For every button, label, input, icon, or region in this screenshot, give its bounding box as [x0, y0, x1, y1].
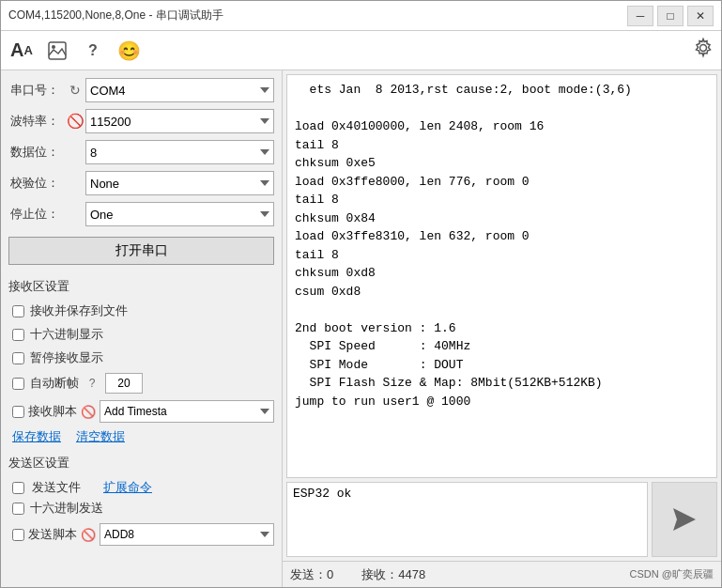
receive-script-checkbox[interactable] — [12, 406, 24, 418]
pause-display-checkbox[interactable] — [12, 352, 24, 364]
auto-disconnect-checkbox[interactable] — [12, 378, 24, 390]
databits-select[interactable]: 8 5 6 7 — [85, 140, 274, 164]
send-section-title: 发送区设置 — [8, 455, 274, 472]
receive-script-select[interactable]: Add Timesta — [100, 400, 274, 423]
expand-cmd-link[interactable]: 扩展命令 — [103, 479, 152, 496]
send-script-label[interactable]: 发送脚本 — [28, 526, 77, 543]
auto-disconnect-label[interactable]: 自动断帧 — [30, 375, 79, 392]
pause-display-label[interactable]: 暂停接收显示 — [30, 349, 103, 366]
minimize-button[interactable]: ─ — [627, 6, 653, 26]
toolbar: AA ? 😊 — [1, 31, 721, 70]
clear-data-link[interactable]: 清空数据 — [76, 428, 125, 445]
send-script-checkbox[interactable] — [12, 529, 24, 541]
hex-display-row: 十六进制显示 — [8, 326, 274, 343]
receive-script-label[interactable]: 接收脚本 — [28, 403, 77, 420]
databits-label: 数据位： — [8, 144, 65, 161]
emoji-icon[interactable]: 😊 — [115, 38, 142, 64]
send-value: 0 — [327, 567, 333, 581]
right-panel: ets Jan 8 2013,rst cause:2, boot mode:(3… — [283, 70, 721, 587]
send-button[interactable] — [652, 482, 717, 557]
hex-send-label[interactable]: 十六进制发送 — [30, 500, 103, 517]
send-file-label[interactable]: 发送文件 — [32, 479, 81, 496]
status-bar: 发送：0 接收：4478 CSDN @旷奕辰疆 — [283, 561, 721, 587]
close-button[interactable]: ✕ — [687, 6, 714, 26]
port-label: 串口号： — [8, 82, 65, 99]
stopbits-select[interactable]: One Two OnePointFive — [85, 202, 274, 226]
baud-row: 波特率： 🚫 115200 9600 19200 38400 57600 — [8, 109, 274, 133]
parity-label: 校验位： — [8, 175, 65, 192]
auto-disconnect-value[interactable]: 20 — [105, 373, 143, 394]
recv-label: 接收： — [361, 567, 398, 581]
image-icon[interactable] — [44, 38, 70, 64]
hex-display-checkbox[interactable] — [12, 329, 24, 341]
send-input[interactable]: ESP32 ok — [286, 482, 648, 557]
recv-value: 4478 — [398, 567, 425, 581]
title-bar: COM4,115200,None,8,One - 串口调试助手 ─ □ ✕ — [1, 1, 721, 31]
send-script-select[interactable]: ADD8 — [100, 523, 274, 546]
auto-disconnect-row: 自动断帧 ? 20 — [8, 373, 274, 394]
help-icon[interactable]: ? — [80, 38, 106, 64]
settings-icon[interactable] — [693, 38, 714, 63]
port-row: 串口号： ↻ COM4 COM1 COM2 COM3 — [8, 78, 274, 102]
parity-row: 校验位： None Odd Even — [8, 171, 274, 195]
parity-select[interactable]: None Odd Even — [85, 171, 274, 195]
hex-display-label[interactable]: 十六进制显示 — [30, 326, 103, 343]
hex-send-row: 十六进制发送 — [8, 500, 274, 517]
terminal-output: ets Jan 8 2013,rst cause:2, boot mode:(3… — [286, 74, 717, 478]
toolbar-left: AA ? 😊 — [8, 38, 142, 64]
databits-row: 数据位： 8 5 6 7 — [8, 140, 274, 164]
port-select[interactable]: COM4 COM1 COM2 COM3 — [85, 78, 274, 102]
pause-display-row: 暂停接收显示 — [8, 349, 274, 366]
save-data-link[interactable]: 保存数据 — [12, 428, 61, 445]
stopbits-label: 停止位： — [8, 206, 65, 223]
baud-label: 波特率： — [8, 113, 65, 130]
script-warning-icon: 🚫 — [81, 405, 96, 419]
watermark: CSDN @旷奕辰疆 — [630, 567, 714, 581]
stopbits-row: 停止位： One Two OnePointFive — [8, 202, 274, 226]
baud-select[interactable]: 115200 9600 19200 38400 57600 — [85, 109, 274, 133]
svg-marker-3 — [673, 508, 696, 531]
maximize-button[interactable]: □ — [657, 6, 684, 26]
font-icon[interactable]: AA — [8, 38, 35, 64]
help-question-mark: ? — [84, 377, 100, 390]
save-to-file-row: 接收并保存到文件 — [8, 302, 274, 319]
terminal-text: ets Jan 8 2013,rst cause:2, boot mode:(3… — [295, 81, 709, 410]
send-script-row: 发送脚本 🚫 ADD8 — [8, 523, 274, 546]
save-to-file-checkbox[interactable] — [12, 305, 24, 317]
receive-script-row: 接收脚本 🚫 Add Timesta — [8, 400, 274, 423]
refresh-icon[interactable]: ↻ — [65, 83, 85, 98]
window-title: COM4,115200,None,8,One - 串口调试助手 — [8, 8, 223, 23]
send-file-checkbox[interactable] — [12, 482, 24, 494]
main-window: COM4,115200,None,8,One - 串口调试助手 ─ □ ✕ AA… — [0, 0, 722, 588]
hex-send-checkbox[interactable] — [12, 503, 24, 515]
svg-point-1 — [52, 45, 55, 49]
send-label: 发送： — [290, 567, 327, 581]
baud-icon: 🚫 — [65, 113, 85, 130]
main-content: 串口号： ↻ COM4 COM1 COM2 COM3 波特率： 🚫 115200… — [1, 70, 721, 587]
save-to-file-label[interactable]: 接收并保存到文件 — [30, 302, 128, 319]
window-controls: ─ □ ✕ — [627, 6, 714, 26]
receive-section-title: 接收区设置 — [8, 278, 274, 295]
send-status: 发送：0 — [290, 566, 333, 583]
left-panel: 串口号： ↻ COM4 COM1 COM2 COM3 波特率： 🚫 115200… — [1, 70, 283, 587]
svg-point-2 — [700, 45, 707, 52]
recv-status: 接收：4478 — [361, 566, 425, 583]
send-file-row: 发送文件 扩展命令 — [8, 479, 274, 496]
send-area: ESP32 ok — [286, 482, 717, 557]
send-script-icon: 🚫 — [81, 528, 96, 542]
open-port-button[interactable]: 打开串口 — [8, 237, 274, 265]
data-links: 保存数据 清空数据 — [8, 428, 274, 445]
